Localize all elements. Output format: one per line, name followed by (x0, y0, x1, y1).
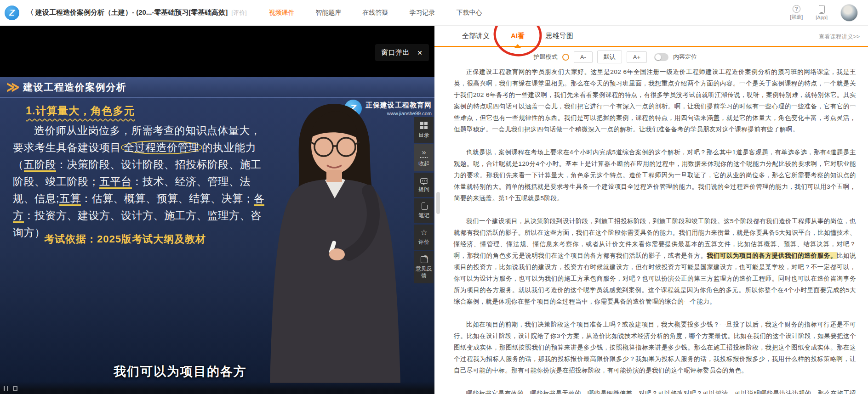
menu-item-2[interactable]: 在线答疑 (363, 9, 388, 17)
toolbar-item-label: 笔记 (418, 212, 429, 219)
menu-item-0[interactable]: 视频课件 (269, 9, 295, 17)
toolbar-item-label: 提问 (418, 186, 429, 193)
main-area: ≫ 建设工程造价案例分析 Z 正保建设工程教育网 www.jianshe99.c… (0, 26, 868, 394)
pause-icon[interactable] (4, 386, 8, 391)
app-label: [App] (816, 15, 828, 20)
user-avatar[interactable] (840, 4, 858, 22)
slide-body-text: 造价师从业岗位多，所需考查的知识点体量大，要求考生具备建设项目全过程造价管理的执… (13, 122, 267, 241)
video-player[interactable]: ≫ 建设工程造价案例分析 Z 正保建设工程教育网 www.jianshe99.c… (0, 26, 434, 394)
toolbar-item-chat[interactable]: 提问 (414, 173, 434, 197)
active-tab-caret-icon (514, 44, 521, 48)
app-button[interactable]: [App] (816, 5, 828, 20)
eye-mode-radio[interactable] (562, 54, 569, 61)
slide-text-marked-under: 五平台 (99, 175, 132, 189)
view-handout-link[interactable]: 查看课程讲义>> (818, 33, 860, 41)
eye-mode-label: 护眼模式 (534, 53, 558, 61)
toolbar-item-note[interactable]: 笔记 (414, 198, 434, 223)
slide-text-marked-under: 五算 (59, 192, 81, 206)
transcript-text-run: 也就是说，案例课程在考场上要求在4个小时内完成5道综合案例的这个解析，对吧？那么… (454, 149, 856, 202)
transcript-paragraph-1: 正保建设工程教育网的学员朋友们大家好。这里是202 6年全国注册一级造价工程师建… (454, 66, 856, 135)
tab-思维导图[interactable]: 思维导图 (546, 32, 573, 40)
site-logo-icon[interactable]: Z (5, 6, 19, 20)
menu-item-3[interactable]: 学习记录 (410, 9, 435, 17)
tab-全部讲义[interactable]: 全部讲义 (462, 32, 490, 40)
font-larger-button[interactable]: A+ (627, 51, 647, 63)
presenter-image (258, 101, 411, 383)
transcript-highlighted-sentence: 我们可以为项目的各方提供我们的造价服务。 (707, 252, 837, 259)
course-title: 建设工程造价案例分析（土建）- (20...-零基础预习[零基础高效] (35, 8, 228, 17)
chat-icon (420, 178, 428, 184)
handout-panel: 全部讲义AI看思维导图 查看课程讲义>> 护眼模式 A- 默认 A+ 内容定位 … (434, 26, 868, 394)
slide-text-run: ：估算、概算、预算、结算、决算； (81, 192, 254, 204)
slide-title: 建设工程造价案例分析 (23, 81, 126, 94)
feedback-icon (421, 256, 428, 263)
toolbar-item-grid[interactable]: 目录 (414, 117, 434, 143)
slide-text-marked-under: 五阶段 (24, 158, 57, 172)
collapse-icon: » (420, 148, 428, 158)
content-locate-label: 内容定位 (673, 53, 697, 61)
menu-item-1[interactable]: 智能题库 (316, 9, 342, 17)
top-navigation-bar: Z 〈 建设工程造价案例分析（土建）- (20...-零基础预习[零基础高效] … (0, 0, 868, 26)
phone-icon (819, 5, 825, 14)
question-icon: ? (793, 5, 800, 13)
font-default-button[interactable]: 默认 (597, 51, 622, 63)
toolbar-item-label: 评价 (418, 239, 429, 246)
help-label: [帮助] (790, 14, 803, 21)
transcript-paragraph-3: 我们一个建设项目，从决策阶段到设计阶段，到施工招投标阶段，到施工阶段和竣工阶段。… (454, 215, 856, 307)
topbar-right-group: ? [帮助] [App] (790, 4, 861, 22)
panel-resize-handle[interactable] (436, 192, 440, 214)
popup-label: 窗口弹出 (381, 48, 410, 57)
toolbar-item-label: 目录 (418, 132, 429, 139)
toolbar-item-star[interactable]: ☆评价 (414, 225, 434, 250)
content-locate-toggle[interactable] (654, 53, 668, 61)
video-controls-strip[interactable] (0, 382, 434, 394)
transcript-text-run: 正保建设工程教育网的学员朋友们大家好。这里是202 6年全国注册一级造价工程师建… (454, 68, 856, 133)
grid-icon (420, 121, 428, 129)
video-subtitle: 我们可以为项目的各方 (114, 363, 247, 380)
toolbar-item-feedback[interactable]: 意见反馈 (414, 251, 434, 283)
rating-link[interactable]: [评价] (231, 9, 246, 17)
back-chevron-icon[interactable]: 〈 (27, 8, 34, 17)
transcript-paragraph-2: 也就是说，案例课程在考场上要求在4个小时内完成5道综合案例的这个解析，对吧？那么… (454, 146, 856, 204)
note-icon (422, 203, 428, 210)
font-smaller-button[interactable]: A- (574, 51, 593, 63)
panel-tabs-row: 全部讲义AI看思维导图 (434, 26, 868, 47)
player-control-icons[interactable] (4, 386, 17, 391)
transcript-paragraph-4: 比如在项目的前期，我们决策阶段这个项目准备上吗？或改建项目，我大概要投多少钱？一… (454, 319, 856, 376)
transcript-paragraph-5: 哪些标书它是有效的，哪些标书是无效的，哪些是细微偏差，对吧？可以修改对吧？可以澄… (454, 388, 856, 394)
reader-settings-bar: 护眼模式 A- 默认 A+ 内容定位 (534, 51, 697, 63)
transcript-text-run: 比如说项目的投资方，比如说我们的建设方，投资方有时候就建设方，但有时候投资方可能… (454, 252, 856, 305)
toolbar-item-label: 意见反馈 (416, 265, 432, 279)
video-side-toolbar: 目录»收起提问笔记☆评价意见反馈 (414, 117, 434, 283)
chevrons-icon: ≫ (6, 80, 17, 94)
popup-window-chip[interactable]: 窗口弹出 ✕ (375, 44, 429, 61)
slide-header-band: ≫ 建设工程造价案例分析 (0, 77, 434, 98)
topbar-menu: 视频课件智能题库在线答疑学习记录下载中心 (269, 9, 482, 17)
toolbar-item-label: 收起 (418, 160, 429, 167)
ai-transcript: 正保建设工程教育网的学员朋友们大家好。这里是202 6年全国注册一级造价工程师建… (454, 66, 856, 394)
slide-text-marked-circle: 全过程造价管理 (121, 141, 202, 154)
star-icon: ☆ (420, 229, 427, 236)
stop-icon[interactable] (13, 386, 17, 391)
slide-heading: 1.计算量大，角色多元 (26, 104, 135, 118)
exam-basis-line: 考试依据：2025版考试大纲及教材 (44, 232, 206, 246)
menu-item-4[interactable]: 下载中心 (457, 9, 482, 17)
transcript-text-run: 比如在项目的前期，我们决策阶段这个项目准备上吗？或改建项目，我大概要投多少钱？一… (454, 321, 856, 374)
close-icon[interactable]: ✕ (417, 49, 423, 56)
help-button[interactable]: ? [帮助] (790, 5, 803, 21)
transcript-text-run: 哪些标书它是有效的，哪些标书是无效的，哪些是细微偏差，对吧？可以修改对吧？可以澄… (454, 390, 856, 394)
toolbar-item-collapse[interactable]: »收起 (414, 144, 434, 171)
tab-AI看[interactable]: AI看 (511, 32, 525, 40)
